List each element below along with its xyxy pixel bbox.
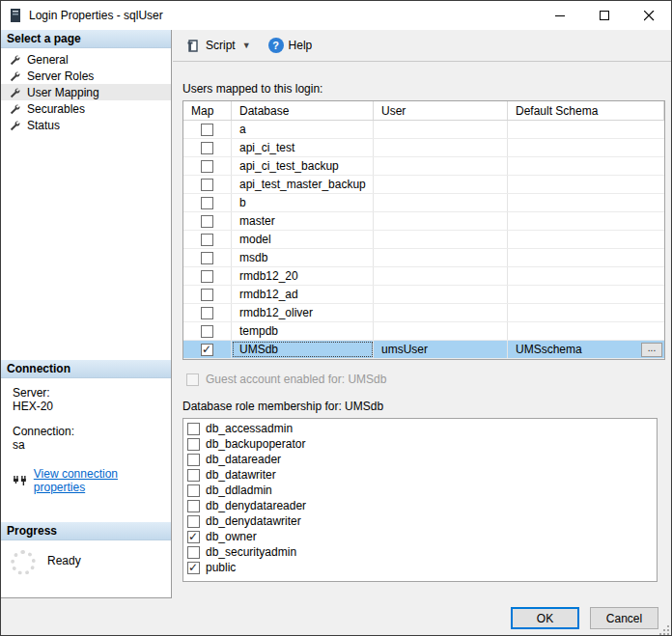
map-checkbox[interactable] [201, 325, 213, 338]
cancel-button[interactable]: Cancel [590, 607, 658, 629]
user-cell[interactable] [374, 176, 508, 193]
table-row[interactable]: api_test_master_backup ... [183, 176, 664, 194]
default-schema-cell[interactable]: ... [508, 304, 664, 321]
map-checkbox[interactable] [201, 234, 213, 246]
role-list-item[interactable]: db_accessadmin [185, 421, 657, 436]
role-list-item[interactable]: db_denydatareader [185, 498, 657, 513]
user-cell[interactable] [374, 322, 508, 340]
role-list-item[interactable]: public [185, 560, 657, 575]
default-schema-cell[interactable]: ... [508, 286, 664, 303]
resize-grip[interactable] [659, 625, 669, 635]
sidebar-page-item[interactable]: General [1, 51, 171, 68]
sidebar-page-item[interactable]: Status [1, 117, 171, 133]
table-row[interactable]: rmdb12_oliver ... [183, 304, 664, 322]
sidebar-page-item[interactable]: Securables [1, 100, 171, 117]
table-row[interactable]: model ... [183, 231, 664, 249]
user-cell[interactable] [374, 157, 508, 175]
map-checkbox[interactable] [201, 252, 213, 264]
role-checkbox[interactable] [187, 500, 200, 512]
map-checkbox[interactable] [201, 344, 213, 356]
map-checkbox[interactable] [201, 179, 213, 191]
table-row[interactable]: master ... [183, 212, 664, 231]
database-cell[interactable]: rmdb12_ad [232, 286, 374, 303]
role-checkbox[interactable] [187, 562, 200, 574]
database-cell[interactable]: api_ci_test_backup [232, 157, 374, 175]
map-checkbox[interactable] [201, 215, 213, 228]
database-cell[interactable]: b [232, 194, 374, 211]
default-schema-cell[interactable]: ... [508, 176, 664, 193]
help-button[interactable]: ? Help [265, 34, 317, 57]
table-row[interactable]: UMSdb umsUser UMSschema ... [183, 341, 664, 359]
map-checkbox[interactable] [201, 160, 213, 173]
role-checkbox[interactable] [187, 423, 200, 435]
view-connection-properties-link[interactable]: View connection properties [34, 467, 171, 494]
database-cell[interactable]: api_ci_test [232, 139, 374, 156]
role-checkbox[interactable] [187, 484, 200, 497]
table-row[interactable]: b ... [183, 194, 664, 212]
default-schema-cell[interactable]: ... [508, 139, 664, 156]
table-row[interactable]: a ... [183, 121, 664, 139]
user-cell[interactable] [374, 231, 508, 248]
role-list-item[interactable]: db_owner [185, 529, 657, 544]
default-schema-cell[interactable]: ... [508, 121, 664, 138]
database-cell[interactable]: tempdb [232, 322, 374, 340]
user-cell[interactable] [374, 286, 508, 303]
database-cell[interactable]: model [232, 231, 374, 248]
role-list-item[interactable]: db_securityadmin [185, 544, 657, 560]
minimize-button[interactable] [538, 1, 582, 30]
role-list-item[interactable]: db_denydatawriter [185, 513, 657, 529]
table-row[interactable]: rmdb12_ad ... [183, 286, 664, 304]
default-schema-cell[interactable]: UMSschema ... [508, 341, 664, 358]
role-checkbox[interactable] [187, 454, 200, 466]
user-cell[interactable] [374, 249, 508, 266]
database-cell[interactable]: rmdb12_20 [232, 267, 374, 285]
browse-schema-button[interactable]: ... [641, 343, 662, 357]
default-schema-cell[interactable]: ... [508, 157, 664, 175]
role-list-item[interactable]: db_backupoperator [185, 436, 657, 452]
table-row[interactable]: api_ci_test_backup ... [183, 157, 664, 176]
sidebar-page-item[interactable]: User Mapping [1, 84, 171, 100]
role-checkbox[interactable] [187, 546, 200, 559]
map-checkbox[interactable] [201, 270, 213, 283]
table-row[interactable]: tempdb ... [183, 322, 664, 341]
user-cell[interactable] [374, 121, 508, 138]
user-cell[interactable]: umsUser [374, 341, 508, 358]
database-cell[interactable]: api_test_master_backup [232, 176, 374, 193]
table-row[interactable]: api_ci_test ... [183, 139, 664, 157]
user-cell[interactable] [374, 304, 508, 321]
default-schema-cell[interactable]: ... [508, 194, 664, 211]
table-row[interactable]: msdb ... [183, 249, 664, 267]
role-list-item[interactable]: db_datawriter [185, 467, 657, 483]
map-checkbox[interactable] [201, 307, 213, 319]
default-schema-cell[interactable]: ... [508, 267, 664, 285]
role-checkbox[interactable] [187, 531, 200, 543]
ok-button[interactable]: OK [511, 607, 579, 629]
map-checkbox[interactable] [201, 197, 213, 209]
map-checkbox[interactable] [201, 142, 213, 154]
maximize-button[interactable] [582, 1, 627, 30]
map-checkbox[interactable] [201, 124, 213, 136]
default-schema-cell[interactable]: ... [508, 249, 664, 266]
user-cell[interactable] [374, 139, 508, 156]
default-schema-cell[interactable]: ... [508, 212, 664, 230]
guest-account-checkbox[interactable] [186, 373, 199, 386]
default-schema-cell[interactable]: ... [508, 322, 664, 340]
database-cell[interactable]: master [232, 212, 374, 230]
user-cell[interactable] [374, 267, 508, 285]
map-checkbox[interactable] [201, 289, 213, 301]
role-list-item[interactable]: db_datareader [185, 452, 657, 467]
close-button[interactable] [627, 1, 671, 30]
script-button[interactable]: Script ▼ [182, 34, 255, 57]
database-cell[interactable]: a [232, 121, 374, 138]
role-checkbox[interactable] [187, 469, 200, 482]
role-checkbox[interactable] [187, 438, 200, 451]
default-schema-cell[interactable]: ... [508, 231, 664, 248]
table-row[interactable]: rmdb12_20 ... [183, 267, 664, 286]
user-cell[interactable] [374, 194, 508, 211]
database-cell[interactable]: UMSdb [232, 341, 374, 358]
user-cell[interactable] [374, 212, 508, 230]
role-list-item[interactable]: db_ddladmin [185, 483, 657, 498]
chevron-down-icon[interactable]: ▼ [242, 41, 251, 50]
database-cell[interactable]: rmdb12_oliver [232, 304, 374, 321]
database-cell[interactable]: msdb [232, 249, 374, 266]
